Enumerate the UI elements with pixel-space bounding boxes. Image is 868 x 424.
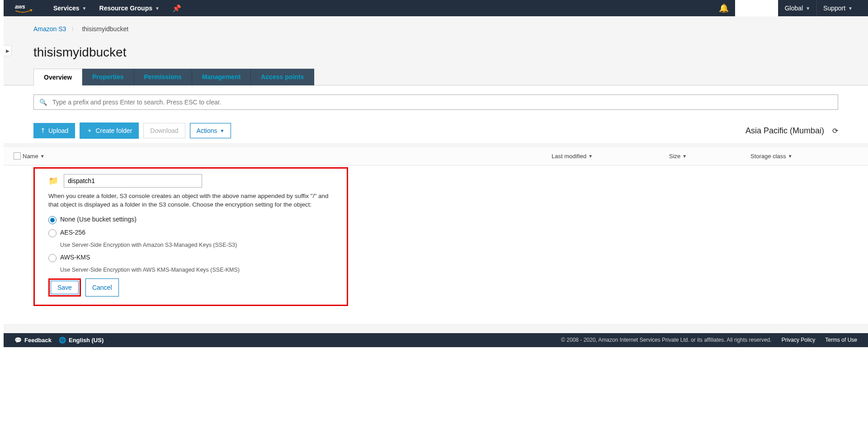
side-panel-toggle[interactable]: ▶ (4, 45, 12, 56)
chevron-down-icon: ▼ (220, 128, 225, 133)
tab-properties[interactable]: Properties (82, 69, 134, 85)
create-folder-label: Create folder (95, 127, 132, 134)
notifications-button[interactable]: 🔔 (712, 0, 735, 16)
folder-icon: 📁 (48, 176, 58, 186)
account-block[interactable] (735, 0, 778, 16)
refresh-icon[interactable]: ⟳ (832, 127, 838, 135)
plus-icon: ＋ (86, 127, 93, 135)
sort-icon: ▼ (40, 154, 45, 159)
privacy-link[interactable]: Privacy Policy (782, 337, 816, 343)
actions-menu-label: Actions (197, 127, 217, 134)
pin-icon[interactable]: 📌 (172, 4, 181, 13)
services-label: Services (53, 5, 80, 12)
svg-text:aws: aws (15, 4, 25, 10)
column-storage-class-label: Storage class (750, 153, 786, 160)
sort-icon: ▼ (588, 154, 593, 159)
chevron-right-icon: 〉 (71, 26, 76, 33)
radio-icon (48, 216, 57, 224)
table-header: Name ▼ Last modified ▼ Size ▼ Storage cl… (4, 147, 868, 165)
upload-label: Upload (48, 127, 68, 134)
page-title: thisismyidbucket (4, 37, 868, 69)
search-input[interactable] (52, 99, 832, 106)
encryption-aes-label: AES-256 (60, 229, 85, 236)
sort-icon: ▼ (788, 154, 793, 159)
tab-access-points[interactable]: Access points (251, 69, 314, 85)
footer: 💬 Feedback 🌐 English (US) © 2008 - 2020,… (4, 333, 868, 347)
support-menu[interactable]: Support ▼ (817, 0, 859, 16)
radio-icon (48, 229, 57, 237)
column-last-modified[interactable]: Last modified ▼ (552, 153, 669, 160)
download-button: Download (143, 123, 185, 138)
region-menu[interactable]: Global ▼ (778, 0, 816, 16)
speech-bubble-icon: 💬 (14, 337, 22, 344)
folder-description: When you create a folder, S3 console cre… (48, 192, 333, 209)
column-name[interactable]: Name ▼ (23, 153, 552, 160)
breadcrumb: Amazon S3 〉 thisismyidbucket (4, 16, 868, 37)
region-label: Global (785, 5, 803, 12)
folder-name-input[interactable] (64, 174, 202, 188)
feedback-label: Feedback (24, 337, 52, 344)
column-storage-class[interactable]: Storage class ▼ (750, 153, 868, 160)
resource-groups-menu[interactable]: Resource Groups ▼ (99, 5, 160, 12)
tab-management[interactable]: Management (192, 69, 251, 85)
encryption-kms-sublabel: Use Server-Side Encryption with AWS KMS-… (60, 267, 333, 273)
column-name-label: Name (23, 153, 38, 160)
resource-groups-label: Resource Groups (99, 5, 152, 12)
encryption-aes-sublabel: Use Server-Side Encryption with Amazon S… (60, 242, 333, 248)
upload-button[interactable]: ⤒ Upload (33, 123, 75, 138)
bell-icon: 🔔 (719, 3, 729, 13)
save-button[interactable]: Save (51, 281, 79, 294)
language-selector[interactable]: 🌐 English (US) (59, 337, 104, 344)
upload-icon: ⤒ (40, 127, 46, 134)
encryption-none-label: None (Use bucket settings) (60, 216, 137, 223)
services-menu[interactable]: Services ▼ (53, 5, 87, 12)
column-size-label: Size (669, 153, 680, 160)
terms-link[interactable]: Terms of Use (825, 337, 857, 343)
chevron-down-icon: ▼ (806, 6, 810, 11)
encryption-option-kms[interactable]: AWS-KMS (48, 254, 333, 262)
search-bar: 🔍 (33, 94, 838, 110)
radio-icon (48, 254, 57, 262)
cancel-button[interactable]: Cancel (85, 278, 119, 297)
download-label: Download (150, 127, 178, 134)
top-nav: aws Services ▼ Resource Groups ▼ 📌 🔔 Glo… (4, 0, 868, 16)
chevron-down-icon: ▼ (155, 6, 160, 11)
language-label: English (US) (69, 337, 104, 344)
encryption-option-none[interactable]: None (Use bucket settings) (48, 216, 333, 224)
breadcrumb-root[interactable]: Amazon S3 (33, 25, 66, 33)
tab-overview[interactable]: Overview (33, 69, 82, 85)
sort-icon: ▼ (682, 154, 687, 159)
column-last-modified-label: Last modified (552, 153, 586, 160)
aws-logo[interactable]: aws (13, 3, 35, 14)
feedback-link[interactable]: 💬 Feedback (14, 337, 52, 344)
column-size[interactable]: Size ▼ (669, 153, 750, 160)
create-folder-panel: 📁 When you create a folder, S3 console c… (33, 167, 348, 306)
encryption-option-aes[interactable]: AES-256 (48, 229, 333, 237)
tabs: Overview Properties Permissions Manageme… (33, 69, 868, 85)
actions-menu-button[interactable]: Actions ▼ (190, 123, 231, 138)
breadcrumb-current: thisismyidbucket (82, 25, 128, 33)
globe-icon: 🌐 (59, 337, 66, 344)
search-icon: 🔍 (39, 99, 47, 106)
chevron-down-icon: ▼ (848, 6, 853, 11)
bucket-region-label: Asia Pacific (Mumbai) (745, 126, 824, 136)
save-highlight: Save (48, 278, 81, 297)
create-folder-button[interactable]: ＋ Create folder (80, 122, 139, 139)
copyright-text: © 2008 - 2020, Amazon Internet Services … (561, 337, 772, 343)
action-toolbar: ⤒ Upload ＋ Create folder Download Action… (33, 122, 838, 139)
chevron-down-icon: ▼ (82, 6, 87, 11)
tab-permissions[interactable]: Permissions (134, 69, 192, 85)
support-label: Support (823, 5, 845, 12)
select-all-checkbox[interactable] (14, 152, 21, 160)
encryption-kms-label: AWS-KMS (60, 254, 90, 261)
